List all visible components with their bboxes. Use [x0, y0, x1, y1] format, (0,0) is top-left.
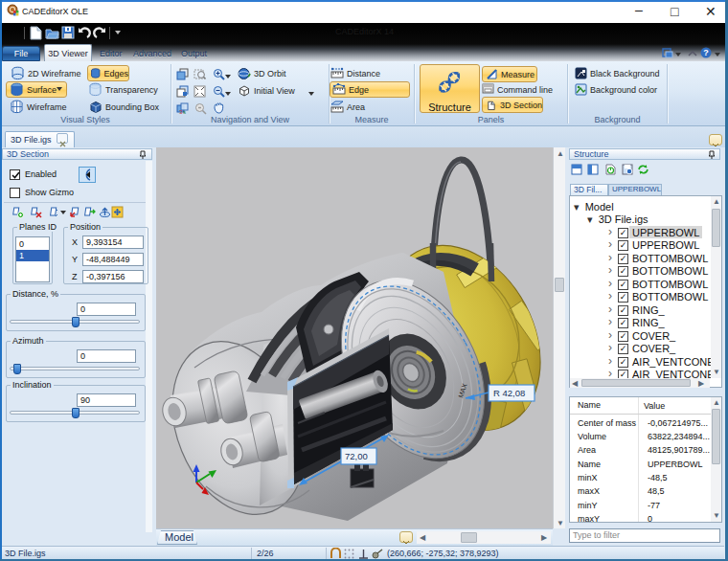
svg-text:?: ?: [703, 48, 709, 57]
svg-text:72,00: 72,00: [345, 451, 368, 461]
svg-text:R 42,08: R 42,08: [493, 388, 525, 398]
svg-text:s: s: [183, 109, 186, 115]
